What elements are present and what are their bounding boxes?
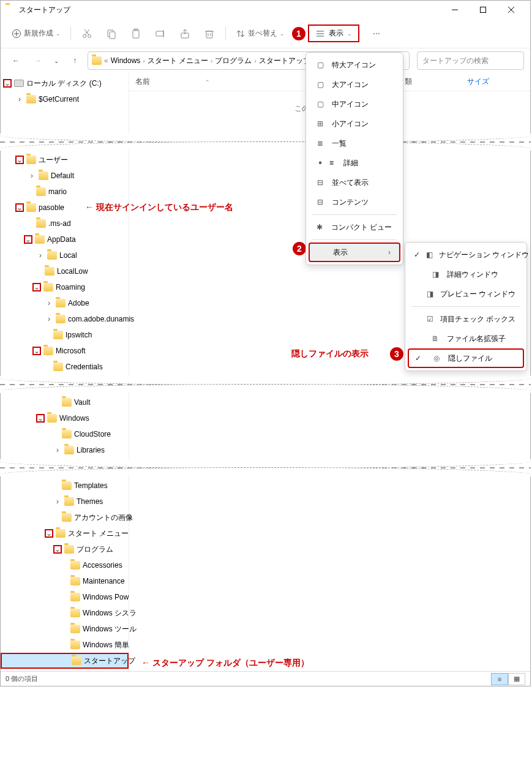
forward-button[interactable]: → xyxy=(29,51,47,70)
tree-item[interactable]: Accessories xyxy=(1,557,129,573)
copy-icon[interactable] xyxy=(100,24,122,43)
tree-item[interactable]: Templates xyxy=(1,478,129,494)
expand-toggle[interactable]: ⌄ xyxy=(45,529,53,538)
menu-checkboxes[interactable]: ☑項目チェック ボックス xyxy=(408,309,524,329)
delete-icon[interactable] xyxy=(198,24,220,43)
check-icon: ✓ xyxy=(414,250,420,259)
tree-item-disk[interactable]: ⌄ ローカル ディスク (C:) xyxy=(1,75,129,91)
menu-detail[interactable]: •≡詳細 xyxy=(309,153,400,173)
expand-toggle[interactable]: ⌄ xyxy=(36,414,45,423)
search-input[interactable]: タートアップの検索 xyxy=(417,51,524,70)
new-button[interactable]: 新規作成 ⌄ xyxy=(7,24,66,42)
chevron-down-icon[interactable]: ⌄ xyxy=(51,51,62,70)
tree-item[interactable]: ⌄ユーザー xyxy=(1,152,129,168)
sort-button[interactable]: 並べ替え ⌄ xyxy=(231,24,290,42)
thumbnails-view-button[interactable]: ▦ xyxy=(508,673,525,685)
menu-extensions[interactable]: 🗎ファイル名拡張子 xyxy=(408,329,524,348)
tree-item[interactable]: アカウントの画像 xyxy=(1,510,129,525)
tree-item[interactable]: .ms-ad xyxy=(1,216,129,231)
tree-item[interactable]: Windows 簡単 xyxy=(1,637,129,653)
expand-toggle[interactable]: ⌄ xyxy=(32,283,41,291)
expand-toggle[interactable]: ⌄ xyxy=(24,235,32,244)
tree-item[interactable]: ⌄プログラム xyxy=(1,541,129,557)
folder-icon xyxy=(70,641,80,649)
tree-item[interactable]: ›Themes xyxy=(1,494,129,510)
tree-item[interactable]: ›com.adobe.dunamis xyxy=(1,311,129,327)
tree-item[interactable]: ⌄Windows xyxy=(1,410,129,426)
view-button[interactable]: 表示 ⌄ xyxy=(308,24,359,42)
close-button[interactable] xyxy=(497,1,525,19)
menu-content[interactable]: ⊟コンテンツ xyxy=(309,192,400,212)
expand-toggle[interactable]: › xyxy=(53,446,62,454)
rename-icon[interactable] xyxy=(149,24,171,43)
navbar: ← → ⌄ ↑ « Windows› スタート メニュー› プログラム› スター… xyxy=(1,48,530,73)
expand-toggle[interactable]: ⌄ xyxy=(32,347,41,355)
menu-show-submenu[interactable]: 表示› xyxy=(309,243,400,262)
chevron-right-icon: › xyxy=(388,248,391,257)
tree-item[interactable]: ⌄Microsoft xyxy=(1,343,129,359)
column-size[interactable]: サイズ xyxy=(461,77,495,87)
share-icon[interactable] xyxy=(174,24,196,43)
large-icon: ▢ xyxy=(315,80,326,89)
expand-toggle[interactable]: › xyxy=(45,299,53,307)
tree-item[interactable]: ⌄スタート メニュー xyxy=(1,525,129,541)
expand-toggle[interactable]: ⌄ xyxy=(15,203,24,212)
folder-icon xyxy=(64,446,74,454)
tree-item[interactable]: Maintenance xyxy=(1,573,129,589)
more-button[interactable]: ⋯ xyxy=(365,26,388,42)
expand-toggle[interactable]: › xyxy=(15,95,24,103)
minimize-button[interactable] xyxy=(441,1,469,19)
menu-small-icons[interactable]: ⊞小アイコン xyxy=(309,114,400,134)
tree-item[interactable]: CloudStore xyxy=(1,426,129,442)
tree-item[interactable]: › $GetCurrent xyxy=(1,91,129,107)
tree-item[interactable]: ›Local xyxy=(1,247,129,263)
menu-medium-icons[interactable]: ▢中アイコン xyxy=(309,94,400,114)
up-button[interactable]: ↑ xyxy=(66,51,84,70)
expand-toggle[interactable]: › xyxy=(36,251,45,260)
folder-icon xyxy=(64,497,74,506)
menu-compact[interactable]: ✱コンパクト ビュー xyxy=(309,217,400,237)
expand-toggle[interactable]: › xyxy=(28,171,36,180)
tree-item[interactable]: ⌄AppData xyxy=(1,231,129,247)
paste-icon[interactable] xyxy=(125,24,147,43)
folder-icon xyxy=(47,251,57,260)
tree-item[interactable]: Credentials xyxy=(1,359,129,375)
menu-tiles[interactable]: ⊟並べて表示 xyxy=(309,173,400,192)
tree-item[interactable]: mario xyxy=(1,184,129,200)
tree-item-startup[interactable]: スタートアップ xyxy=(1,653,129,669)
back-button[interactable]: ← xyxy=(7,51,25,70)
column-name[interactable]: 名前⌃ xyxy=(129,77,227,87)
tree-item[interactable]: Windows Pow xyxy=(1,589,129,605)
tree-item[interactable]: ›Adobe xyxy=(1,295,129,311)
tree-item[interactable]: ›Default xyxy=(1,168,129,184)
details-view-button[interactable]: ≡ xyxy=(491,673,508,685)
folder-icon xyxy=(43,347,53,355)
tree-item[interactable]: Vault xyxy=(1,394,129,410)
tree-item[interactable]: LocalLow xyxy=(1,263,129,279)
expand-toggle[interactable]: ⌄ xyxy=(3,79,12,88)
expand-toggle[interactable]: ⌄ xyxy=(53,545,62,554)
menu-list[interactable]: ≣一覧 xyxy=(309,134,400,153)
menu-nav-pane[interactable]: ✓◧ナビゲーション ウィンドウ xyxy=(408,245,524,265)
expand-toggle[interactable]: › xyxy=(53,497,62,506)
pane-icon: ◨ xyxy=(427,290,434,298)
tree-item-pasoble[interactable]: ⌄pasoble← 現在サインインしているユーザー名 xyxy=(1,200,129,216)
tree-item[interactable]: ›Libraries xyxy=(1,442,129,458)
menu-xlarge-icons[interactable]: ▢特大アイコン xyxy=(309,55,400,75)
menu-detail-pane[interactable]: ◨詳細ウィンドウ xyxy=(408,265,524,284)
menu-hidden-files[interactable]: ✓◎隠しファイル xyxy=(408,348,524,368)
folder-icon xyxy=(53,331,63,339)
tree-item[interactable]: Windows シスラ xyxy=(1,605,129,621)
expand-toggle[interactable]: › xyxy=(45,315,53,323)
menu-large-icons[interactable]: ▢大アイコン xyxy=(309,75,400,94)
menu-preview-pane[interactable]: ◨プレビュー ウィンドウ xyxy=(408,284,524,304)
svg-rect-12 xyxy=(110,32,115,39)
tree-item[interactable]: Ipswitch xyxy=(1,327,129,343)
cut-icon[interactable] xyxy=(76,24,98,43)
tree-item[interactable]: Windows ツール xyxy=(1,621,129,637)
titlebar[interactable]: スタートアップ xyxy=(1,1,530,19)
folder-icon xyxy=(72,656,81,665)
expand-toggle[interactable]: ⌄ xyxy=(15,156,24,164)
maximize-button[interactable] xyxy=(469,1,497,19)
tree-item[interactable]: ⌄Roaming xyxy=(1,279,129,295)
